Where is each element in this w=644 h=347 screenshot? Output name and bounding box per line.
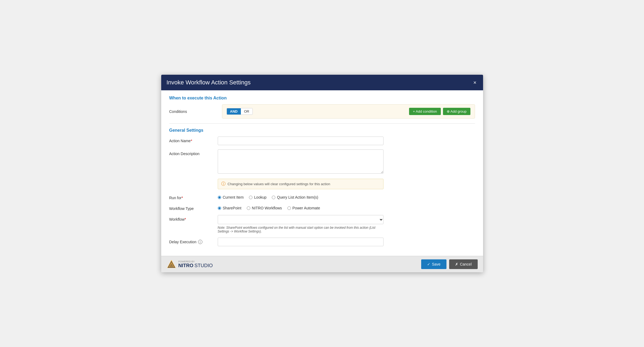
save-label: Save <box>432 262 441 266</box>
workflow-control: Note: SharePoint workflows configured on… <box>218 215 383 233</box>
warning-banner: ⓘ Changing below values will clear confi… <box>218 179 383 189</box>
run-for-query-list-radio[interactable] <box>272 196 275 199</box>
when-section: When to execute this Action Conditions A… <box>169 96 475 119</box>
run-for-radio-group: Current Item Lookup Query List Action It… <box>218 194 383 199</box>
workflow-type-control: SharePoint NITRO Workflows Power Automat… <box>218 204 383 210</box>
workflow-row: Workflow* Note: SharePoint workflows con… <box>169 215 475 233</box>
save-button[interactable]: ✓ Save <box>421 259 446 269</box>
when-section-title: When to execute this Action <box>169 96 475 101</box>
workflow-type-power-automate-radio[interactable] <box>287 206 291 210</box>
run-for-query-list[interactable]: Query List Action Item(s) <box>272 195 318 199</box>
run-for-lookup-radio[interactable] <box>249 196 252 199</box>
workflow-type-power-automate-label: Power Automate <box>293 206 320 210</box>
workflow-type-radio-group: SharePoint NITRO Workflows Power Automat… <box>218 204 383 210</box>
footer-logo: Powered by NITRO STUDIO <box>167 259 213 269</box>
workflow-type-label: Workflow Type <box>169 204 218 211</box>
invoke-workflow-modal: Invoke Workflow Action Settings × When t… <box>161 75 483 272</box>
workflow-type-sharepoint[interactable]: SharePoint <box>218 206 241 210</box>
run-for-current-item-radio[interactable] <box>218 196 221 199</box>
modal-title: Invoke Workflow Action Settings <box>167 79 251 86</box>
and-button[interactable]: AND <box>227 108 241 115</box>
add-buttons-group: + Add condition ⊕ Add group <box>409 108 470 115</box>
close-button[interactable]: × <box>472 80 478 86</box>
cancel-x-icon: ✗ <box>455 262 458 266</box>
add-condition-button[interactable]: + Add condition <box>409 108 441 115</box>
workflow-note: Note: SharePoint workflows configured on… <box>218 226 383 233</box>
or-button[interactable]: OR <box>241 108 253 115</box>
workflow-select[interactable] <box>218 215 383 224</box>
workflow-type-row: Workflow Type SharePoint NITRO Workflows <box>169 204 475 211</box>
action-description-row: Action Description <box>169 149 475 174</box>
warning-text: Changing below values will clear configu… <box>228 182 330 186</box>
and-or-toggle: AND OR <box>227 108 253 115</box>
studio-label: STUDIO <box>194 263 213 268</box>
action-name-label: Action Name* <box>169 137 218 143</box>
delay-info-icon[interactable]: i <box>198 240 202 244</box>
workflow-type-sharepoint-label: SharePoint <box>223 206 241 210</box>
cancel-button[interactable]: ✗ Cancel <box>449 259 478 269</box>
nitro-label: NITRO <box>178 263 193 268</box>
save-checkmark-icon: ✓ <box>427 262 430 266</box>
delay-execution-label: Delay Execution i <box>169 238 218 244</box>
nitro-triangle-logo <box>167 259 176 269</box>
action-name-row: Action Name* <box>169 137 475 145</box>
run-for-lookup-label: Lookup <box>254 195 266 199</box>
general-settings-title: General Settings <box>169 128 475 133</box>
section-divider <box>169 123 475 124</box>
modal-body: When to execute this Action Conditions A… <box>161 90 483 256</box>
action-name-required: * <box>191 139 192 143</box>
action-description-textarea[interactable] <box>218 149 383 174</box>
workflow-type-nitro[interactable]: NITRO Workflows <box>247 206 282 210</box>
general-settings-section: General Settings Action Name* Action Des… <box>169 128 475 246</box>
workflow-required: * <box>185 217 186 221</box>
action-description-control <box>218 149 383 174</box>
run-for-current-item-label: Current Item <box>223 195 244 199</box>
run-for-required: * <box>181 196 183 200</box>
workflow-label: Workflow* <box>169 215 218 221</box>
footer-buttons: ✓ Save ✗ Cancel <box>421 259 478 269</box>
delay-execution-control <box>218 238 383 246</box>
conditions-row: Conditions AND OR + Add condition ⊕ Add … <box>169 104 475 119</box>
cancel-label: Cancel <box>460 262 472 266</box>
workflow-type-nitro-radio[interactable] <box>247 206 250 210</box>
conditions-label: Conditions <box>169 109 218 114</box>
action-description-label: Action Description <box>169 149 218 156</box>
delay-execution-input[interactable] <box>218 238 383 246</box>
workflow-type-sharepoint-radio[interactable] <box>218 206 221 210</box>
add-group-button[interactable]: ⊕ Add group <box>443 108 470 115</box>
conditions-box: AND OR + Add condition ⊕ Add group <box>222 104 475 119</box>
warning-icon: ⓘ <box>221 181 226 187</box>
run-for-label: Run for* <box>169 194 218 200</box>
run-for-current-item[interactable]: Current Item <box>218 195 244 199</box>
modal-footer: Powered by NITRO STUDIO ✓ Save ✗ Cancel <box>161 256 483 272</box>
action-name-input[interactable] <box>218 137 383 145</box>
action-name-control <box>218 137 383 145</box>
nitro-logo-text: Powered by NITRO STUDIO <box>178 260 213 269</box>
delay-execution-row: Delay Execution i <box>169 238 475 246</box>
workflow-type-nitro-label: NITRO Workflows <box>252 206 282 210</box>
run-for-row: Run for* Current Item Lookup <box>169 194 475 200</box>
workflow-type-power-automate[interactable]: Power Automate <box>287 206 320 210</box>
run-for-lookup[interactable]: Lookup <box>249 195 266 199</box>
powered-by-label: Powered by <box>178 260 195 263</box>
run-for-control: Current Item Lookup Query List Action It… <box>218 194 383 199</box>
run-for-query-list-label: Query List Action Item(s) <box>277 195 318 199</box>
modal-header: Invoke Workflow Action Settings × <box>161 75 483 90</box>
